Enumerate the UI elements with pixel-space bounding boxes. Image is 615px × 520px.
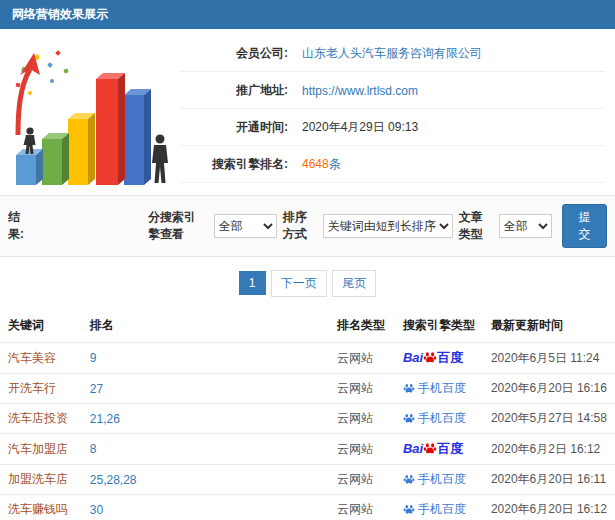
baidu-cn-text: 百度 [437, 350, 463, 365]
info-row-url: 推广地址: https://www.lrtlsd.com [180, 72, 605, 109]
engine-cell: 手机百度 [395, 374, 483, 404]
info-row-open-time: 开通时间: 2020年4月29日 09:13 [180, 109, 605, 146]
column-header: 关键词 [0, 309, 82, 343]
engine-cell: Bai百度 [395, 343, 483, 374]
keyword-cell: 开洗车行 [0, 374, 82, 404]
rank-count-number: 4648 [302, 157, 329, 171]
filter-controls: 分搜索引擎查看 全部 排序方式 关键词由短到长排序 文章类型 全部 提交 [148, 204, 607, 248]
type-filter-select[interactable]: 全部 [499, 214, 552, 238]
baidu-paw-icon [403, 382, 415, 394]
update-time-cell: 2020年6月2日 16:12 [483, 434, 615, 465]
rank-type-cell: 云网站 [329, 495, 395, 520]
info-list: 会员公司: 山东老人头汽车服务咨询有限公司 推广地址: https://www.… [180, 31, 605, 191]
rank-cell: 21,26 [82, 404, 329, 434]
mobile-baidu-text: 手机百度 [418, 381, 466, 395]
promo-url-link[interactable]: https://www.lrtlsd.com [302, 84, 418, 98]
table-row: 开洗车行27云网站手机百度2020年6月20日 16:16 [0, 374, 615, 404]
rank-type-cell: 云网站 [329, 434, 395, 465]
rank-count-label: 搜索引擎排名: [180, 156, 288, 173]
page-title: 网络营销效果展示 [0, 0, 615, 29]
baidu-paw-icon [403, 473, 415, 485]
column-header: 最新更新时间 [483, 309, 615, 343]
mobile-baidu-text: 手机百度 [418, 411, 466, 425]
rank-cell: 30 [82, 495, 329, 520]
open-time-label: 开通时间: [180, 119, 288, 136]
table-row: 汽车加盟店8云网站Bai百度2020年6月2日 16:12 [0, 434, 615, 465]
rank-cell: 8 [82, 434, 329, 465]
update-time-cell: 2020年6月20日 16:16 [483, 374, 615, 404]
rank-type-cell: 云网站 [329, 374, 395, 404]
engine-filter-label: 分搜索引擎查看 [148, 209, 208, 243]
table-row: 洗车赚钱吗30云网站手机百度2020年6月20日 16:12 [0, 495, 615, 520]
rank-cell: 27 [82, 374, 329, 404]
table-row: 洗车店投资21,26云网站手机百度2020年5月27日 14:58 [0, 404, 615, 434]
table-body: 汽车美容9云网站Bai百度2020年6月5日 11:24开洗车行27云网站手机百… [0, 343, 615, 520]
page-title-text: 网络营销效果展示 [12, 7, 108, 21]
info-panel: 会员公司: 山东老人头汽车服务咨询有限公司 推广地址: https://www.… [0, 29, 615, 191]
sort-filter-label: 排序方式 [283, 209, 317, 243]
baidu-wordmark: Bai [403, 441, 423, 456]
last-page-link[interactable]: 尾页 [332, 270, 376, 297]
baidu-logo: Bai百度 [403, 351, 463, 365]
baidu-cn-text: 百度 [437, 441, 463, 456]
update-time-cell: 2020年5月27日 14:58 [483, 404, 615, 434]
keyword-cell: 洗车赚钱吗 [0, 495, 82, 520]
mobile-baidu-label: 手机百度 [403, 411, 466, 425]
info-row-company: 会员公司: 山东老人头汽车服务咨询有限公司 [180, 35, 605, 72]
mobile-baidu-label: 手机百度 [403, 381, 466, 395]
update-time-cell: 2020年6月5日 11:24 [483, 343, 615, 374]
keyword-cell: 汽车美容 [0, 343, 82, 374]
rank-type-cell: 云网站 [329, 465, 395, 495]
rank-table: 关键词排名排名类型搜索引擎类型最新更新时间 汽车美容9云网站Bai百度2020年… [0, 309, 615, 520]
open-time-value: 2020年4月29日 09:13 [302, 119, 418, 136]
mobile-baidu-label: 手机百度 [403, 502, 466, 516]
rank-cell: 25,28,28 [82, 465, 329, 495]
result-bar: 结果: 分搜索引擎查看 全部 排序方式 关键词由短到长排序 文章类型 全部 提交 [0, 195, 615, 257]
baidu-paw-icon [423, 441, 437, 455]
table-header-row: 关键词排名排名类型搜索引擎类型最新更新时间 [0, 309, 615, 343]
pagination: 1 下一页 尾页 [0, 257, 615, 309]
engine-cell: Bai百度 [395, 434, 483, 465]
baidu-paw-icon [403, 503, 415, 515]
table-row: 汽车美容9云网站Bai百度2020年6月5日 11:24 [0, 343, 615, 374]
next-page-link[interactable]: 下一页 [271, 270, 327, 297]
keyword-cell: 加盟洗车店 [0, 465, 82, 495]
column-header: 排名 [82, 309, 329, 343]
update-time-cell: 2020年6月20日 16:12 [483, 495, 615, 520]
engine-cell: 手机百度 [395, 495, 483, 520]
type-filter-label: 文章类型 [459, 209, 493, 243]
update-time-cell: 2020年6月20日 16:11 [483, 465, 615, 495]
engine-cell: 手机百度 [395, 404, 483, 434]
mobile-baidu-text: 手机百度 [418, 472, 466, 486]
rank-type-cell: 云网站 [329, 404, 395, 434]
promo-url-label: 推广地址: [180, 82, 288, 99]
baidu-paw-icon [403, 412, 415, 424]
baidu-logo: Bai百度 [403, 442, 463, 456]
rank-type-cell: 云网站 [329, 343, 395, 374]
page-number-current[interactable]: 1 [239, 271, 266, 295]
mobile-baidu-label: 手机百度 [403, 472, 466, 486]
sort-filter-select[interactable]: 关键词由短到长排序 [323, 214, 453, 238]
bar-chart-illustration [0, 31, 180, 191]
engine-cell: 手机百度 [395, 465, 483, 495]
baidu-wordmark: Bai [403, 350, 423, 365]
engine-filter-select[interactable]: 全部 [214, 214, 277, 238]
businessman-icon [152, 135, 168, 184]
column-header: 排名类型 [329, 309, 395, 343]
table-row: 加盟洗车店25,28,28云网站手机百度2020年6月20日 16:11 [0, 465, 615, 495]
bar-chart-icon [4, 39, 176, 191]
rank-count-value: 4648条 [302, 156, 341, 173]
company-link[interactable]: 山东老人头汽车服务咨询有限公司 [302, 45, 482, 62]
submit-button[interactable]: 提交 [562, 204, 607, 248]
mobile-baidu-text: 手机百度 [418, 502, 466, 516]
company-label: 会员公司: [180, 45, 288, 62]
result-section-label: 结果: [8, 209, 30, 243]
keyword-cell: 汽车加盟店 [0, 434, 82, 465]
keyword-cell: 洗车店投资 [0, 404, 82, 434]
info-row-rank-count: 搜索引擎排名: 4648条 [180, 146, 605, 183]
column-header: 搜索引擎类型 [395, 309, 483, 343]
rank-cell: 9 [82, 343, 329, 374]
rank-count-unit: 条 [329, 157, 341, 171]
baidu-paw-icon [423, 350, 437, 364]
